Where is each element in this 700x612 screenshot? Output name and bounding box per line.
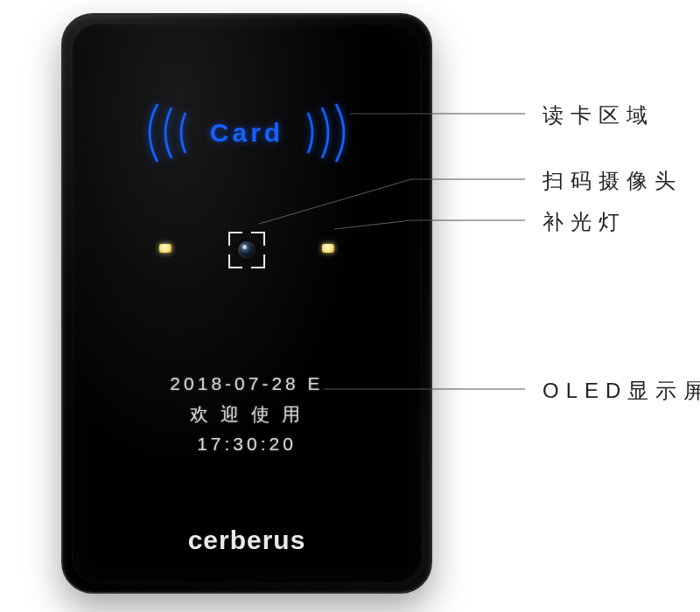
fill-light-right [322,244,334,253]
display-greeting: 欢 迎 使 用 [72,400,422,430]
display-time: 17:30:20 [72,429,422,460]
rfid-waves-right-icon [290,102,360,163]
card-reader-zone: Card [72,102,422,163]
callout-oled: OLED显示屏 [542,377,700,405]
camera-lens-icon [238,241,256,259]
diagram-stage: Card 2 [0,0,700,612]
display-date: 2018-07-28 E [72,369,422,400]
callout-camera: 扫码摄像头 [542,167,682,195]
camera-module [232,235,262,265]
access-control-device: Card 2 [61,13,432,594]
focus-corner-icon [251,254,265,268]
device-face: Card 2 [72,24,422,583]
oled-display: 2018-07-28 E 欢 迎 使 用 17:30:20 [72,369,422,460]
callout-card-area: 读卡区域 [542,101,654,129]
callout-fill-light: 补光灯 [542,208,626,236]
rfid-waves-left-icon [133,102,203,163]
camera-row [72,225,422,277]
card-reader-label: Card [210,118,284,148]
fill-light-left [159,244,172,253]
brand-logo: cerberus [72,525,422,555]
